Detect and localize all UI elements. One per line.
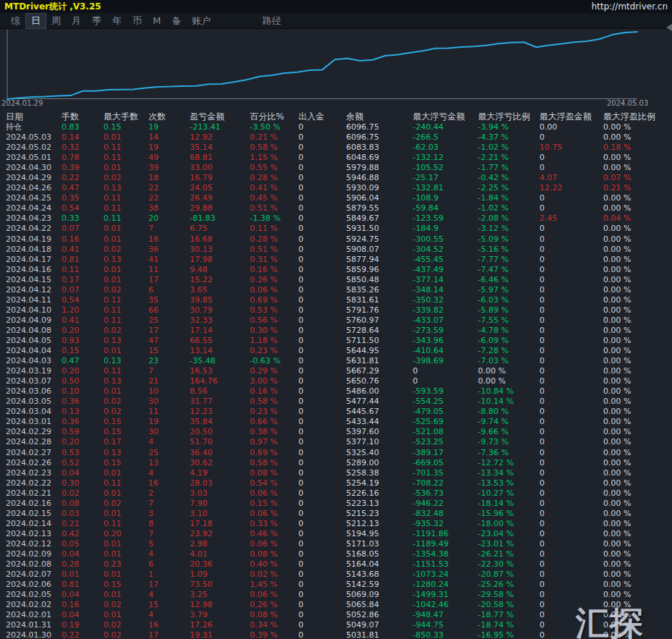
cell-max-float-loss-pct: -7.47 % xyxy=(478,265,539,275)
cell-max-float-loss: -266.5 xyxy=(413,132,478,143)
cell-max-float-loss: -25.17 xyxy=(413,173,478,183)
cell-lots: 0.22 xyxy=(62,173,104,183)
cell-balance: 5049.07 xyxy=(346,620,413,630)
cell-count: 66 xyxy=(148,305,190,316)
cell-max-float-profit-pct: 0.00 % xyxy=(603,153,672,163)
cell-pnl: 164.76 xyxy=(190,376,250,386)
cell-balance: 5289.00 xyxy=(346,458,413,468)
menu-item-账户[interactable]: 账户 xyxy=(187,14,216,28)
menu-item-M[interactable]: M xyxy=(148,14,166,27)
table-row: 2024.02.060.810.151773.501.45 %05142.59-… xyxy=(0,580,672,590)
cell-max-float-profit-pct: 0.18 % xyxy=(603,143,672,153)
table-row: 2024.02.160.080.0277.900.15 %05223.13-94… xyxy=(0,499,672,509)
cell-date: 2024.04.18 xyxy=(6,245,62,255)
equity-chart-canvas xyxy=(0,30,672,100)
table-row: 2024.04.190.160.011616.680.28 %05924.75-… xyxy=(0,234,672,245)
cell-count: 35 xyxy=(148,295,190,305)
table-row: 2024.04.050.930.134766.551.18 %05711.50-… xyxy=(0,336,672,346)
table-row: 2024.04.110.540.113539.850.69 %05831.61-… xyxy=(0,295,672,305)
cell-date: 2024.04.25 xyxy=(6,193,62,203)
cell-in-out: 0 xyxy=(298,580,346,590)
cell-max-lots: 0.15 xyxy=(104,458,148,468)
cell-max-float-profit-pct: 0.00 % xyxy=(603,407,672,417)
cell-lots: 0.04 xyxy=(62,610,104,620)
menu-item-季[interactable]: 季 xyxy=(87,14,106,28)
cell-max-lots: 0.02 xyxy=(104,620,148,630)
cell-count: 22 xyxy=(148,193,190,203)
collapse-arrow-icon[interactable] xyxy=(666,24,672,31)
menu-item-备[interactable]: 备 xyxy=(167,14,186,28)
cell-date: 2024.02.22 xyxy=(6,478,62,488)
menu-item-综[interactable]: 综 xyxy=(6,14,25,28)
cell-max-float-profit-pct: 0.00 % xyxy=(603,478,672,488)
cell-max-lots: 0.11 xyxy=(104,203,148,213)
cell-pct: -1.38 % xyxy=(250,213,298,224)
cell-pct: 0.97 % xyxy=(250,437,298,447)
cell-max-float-profit-pct: 0.00 % xyxy=(603,437,672,447)
table-row: 2024.02.090.040.0144.010.08 %05168.05-13… xyxy=(0,549,672,559)
cell-max-lots: 0.02 xyxy=(104,326,148,336)
cell-in-out: 0 xyxy=(298,509,346,519)
cell-max-float-profit-pct: 0.00 % xyxy=(603,610,672,620)
menu-item-日[interactable]: 日 xyxy=(26,14,46,28)
cell-max-float-profit-pct: 0.00 % xyxy=(603,193,672,203)
menu-item-周[interactable]: 周 xyxy=(46,14,66,28)
cell-pct: 0.02 % xyxy=(250,570,298,580)
cell-max-float-loss: -433.07 xyxy=(413,316,478,326)
app-url-link[interactable]: http://mtdriver.cn xyxy=(592,1,668,12)
cell-pnl: 29.88 xyxy=(190,203,250,213)
cell-max-float-loss: -339.82 xyxy=(413,305,478,316)
cell-pnl: 68.81 xyxy=(190,153,250,163)
menu-item-年[interactable]: 年 xyxy=(107,14,127,28)
cell-pct: 0.38 % xyxy=(250,427,298,437)
cell-in-out: 0 xyxy=(298,427,346,437)
cell-max-float-profit: 0 xyxy=(539,448,603,458)
cell-max-float-profit-pct: 0.00 % xyxy=(603,386,672,397)
table-row: 2024.03.060.100.01108.560.16 %05486.00-5… xyxy=(0,386,672,397)
cell-max-float-loss: -701.35 xyxy=(413,468,478,478)
cell-max-lots: 0.23 xyxy=(104,559,148,570)
cell-pct: -0.63 % xyxy=(250,356,298,366)
cell-in-out: 0 xyxy=(298,183,346,193)
cell-max-float-loss-pct: -15.96 % xyxy=(478,509,539,519)
table-row: 2024.04.180.410.023630.130.51 %05908.07-… xyxy=(0,245,672,255)
cell-count: 8 xyxy=(148,519,190,529)
cell-date: 2024.01.30 xyxy=(6,630,62,639)
cell-max-float-profit-pct: 0.21 % xyxy=(603,183,672,193)
cell-lots: 0.83 xyxy=(62,122,104,132)
cell-balance: 5069.09 xyxy=(346,590,413,600)
cell-max-float-profit: 0 xyxy=(539,245,603,255)
cell-max-float-loss: -554.25 xyxy=(413,397,478,407)
cell-balance: 5644.95 xyxy=(346,346,413,356)
cell-lots: 0.22 xyxy=(62,630,104,639)
cell-max-float-profit: 0 xyxy=(539,163,603,173)
cell-date: 2024.04.09 xyxy=(6,316,62,326)
cell-balance: 6083.83 xyxy=(346,143,413,153)
cell-date: 2024.03.04 xyxy=(6,407,62,417)
menu-item-路径[interactable]: 路径 xyxy=(257,14,286,28)
cell-max-float-loss: -300.55 xyxy=(413,234,478,245)
cell-in-out: 0 xyxy=(298,245,346,255)
menu-item-月[interactable]: 月 xyxy=(67,14,86,28)
cell-date: 2024.04.29 xyxy=(6,173,62,183)
cell-in-out: 0 xyxy=(298,397,346,407)
cell-max-lots: 0.11 xyxy=(104,213,148,224)
cell-in-out: 0 xyxy=(298,499,346,509)
cell-date: 2024.02.07 xyxy=(6,570,62,580)
cell-lots: 0.52 xyxy=(62,458,104,468)
table-row: 2024.02.120.050.0152.980.06 %05171.03-11… xyxy=(0,539,672,549)
cell-lots: 0.39 xyxy=(62,163,104,173)
cell-max-float-loss-pct: -10.14 % xyxy=(478,397,539,407)
cell-max-float-loss: -105.52 xyxy=(413,163,478,173)
cell-max-float-profit-pct: 0.00 % xyxy=(603,509,672,519)
cell-max-float-profit-pct: 0.00 % xyxy=(603,559,672,570)
cell-max-lots: 0.01 xyxy=(104,132,148,143)
cell-max-float-loss: -521.08 xyxy=(413,427,478,437)
cell-pct: 0.06 % xyxy=(250,590,298,600)
cell-pnl: 3.10 xyxy=(190,509,250,519)
menu-item-币[interactable]: 币 xyxy=(127,14,147,28)
table-row: 2024.04.220.070.0176.750.11 %05931.50-18… xyxy=(0,224,672,234)
table-row: 2024.02.230.040.0144.190.08 %05258.38-70… xyxy=(0,468,672,478)
cell-max-float-loss-pct: -4.78 % xyxy=(478,326,539,336)
cell-in-out: 0 xyxy=(298,173,346,183)
